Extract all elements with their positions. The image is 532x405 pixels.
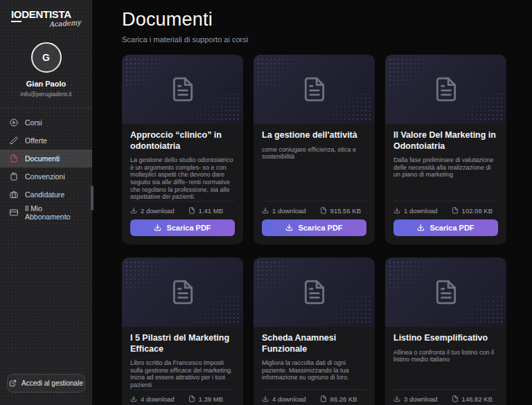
- file-size: 915.56 KB: [320, 207, 361, 215]
- download-count-label: 4 download: [272, 395, 306, 403]
- file-size-label: 146.82 KB: [462, 395, 493, 403]
- sidebar-footer: Accedi al gestionale: [0, 366, 92, 405]
- file-size-label: 86.26 KB: [330, 395, 357, 403]
- document-description: Libro scritto da Francesco Imposti sulla…: [130, 359, 235, 388]
- download-icon: [130, 395, 137, 402]
- download-icon: [262, 207, 269, 214]
- file-size: 1.39 MB: [188, 395, 223, 403]
- main-content: Documenti Scarica i materiali di support…: [92, 0, 532, 405]
- document-card-body: Approccio “clinico” in odontoiatria La g…: [122, 124, 243, 244]
- download-count: 4 download: [130, 395, 175, 403]
- avatar: G: [31, 42, 62, 73]
- download-count-label: 4 download: [141, 395, 175, 403]
- user-name: Gian Paolo: [0, 80, 92, 88]
- document-meta: 4 download 86.26 KB: [262, 389, 366, 405]
- document-card: Scheda Anamnesi Funzionale Migliora la r…: [254, 258, 375, 405]
- file-size-label: 1.39 MB: [199, 395, 223, 403]
- documents-grid: Approccio “clinico” in odontoiatria La g…: [122, 55, 506, 405]
- file-icon: [10, 154, 18, 163]
- document-card-body: Il Valore Del Marketing in Odontoiatria …: [385, 124, 506, 244]
- sidebar-item-label: Documenti: [25, 154, 60, 163]
- file-size-label: 1.41 MB: [199, 207, 223, 215]
- download-count-label: 2 download: [141, 207, 175, 215]
- briefcase-icon: [10, 190, 18, 199]
- user-profile: G Gian Paolo info@perugiadent.it: [0, 42, 92, 98]
- document-card: Il Valore Del Marketing in Odontoiatria …: [385, 55, 506, 244]
- sidebar-item-corsi[interactable]: Corsi: [0, 114, 92, 132]
- accedi-gestionale-button[interactable]: Accedi al gestionale: [7, 374, 85, 393]
- download-count-label: 1 download: [272, 207, 306, 215]
- scarica-pdf-button[interactable]: Scarica PDF: [393, 219, 498, 236]
- download-icon: [262, 395, 269, 402]
- sidebar-item-label: Il Mio Abbonamento: [25, 204, 82, 221]
- document-description: Allinea o confronta il tuo listino con i…: [393, 349, 498, 363]
- document-title: Scheda Anamnesi Funzionale: [262, 333, 366, 354]
- document-thumbnail: [385, 55, 506, 124]
- document-title: Il Valore Del Marketing in Odontoiatria: [393, 130, 498, 152]
- scarica-pdf-button[interactable]: Scarica PDF: [130, 219, 235, 236]
- file-size: 86.26 KB: [320, 395, 357, 403]
- download-count-label: 1 download: [404, 207, 438, 215]
- download-count: 4 download: [262, 395, 306, 403]
- scarica-pdf-label: Scarica PDF: [166, 224, 211, 232]
- sidebar-item-offerte[interactable]: Offerte: [0, 132, 92, 150]
- document-title: La gestione dell'attività: [262, 130, 366, 141]
- document-thumbnail: [254, 55, 375, 124]
- pencil-icon: [10, 136, 18, 145]
- brand-logo-io: IO: [11, 8, 21, 22]
- sidebar-scrollbar-thumb[interactable]: [91, 186, 94, 210]
- file-text-icon: [433, 75, 459, 104]
- sidebar: IODENTISTA Academy G Gian Paolo info@per…: [0, 0, 92, 405]
- download-count: 3 download: [393, 395, 438, 403]
- download-count: 2 download: [130, 207, 175, 215]
- download-icon: [417, 224, 425, 231]
- sidebar-item-convenzioni[interactable]: Convenzioni: [0, 168, 92, 186]
- scarica-pdf-button[interactable]: Scarica PDF: [262, 219, 366, 236]
- brand-logo-rest: DENTISTA: [21, 8, 71, 20]
- file-icon: [452, 395, 459, 402]
- download-icon: [130, 207, 137, 214]
- sidebar-item-abbonamento[interactable]: Il Mio Abbonamento: [0, 204, 92, 222]
- document-description: Migliora la raccolta dati di ogni pazien…: [262, 359, 366, 381]
- accedi-gestionale-label: Accedi al gestionale: [21, 379, 83, 387]
- file-size-label: 102.08 KB: [462, 207, 493, 215]
- file-size: 146.82 KB: [452, 395, 493, 403]
- file-text-icon: [170, 75, 196, 104]
- sidebar-item-candidature[interactable]: Candidature: [0, 186, 92, 204]
- sidebar-menu: Corsi Offerte Documenti Convenzioni Cand…: [0, 107, 92, 222]
- user-email: info@perugiadent.it: [0, 91, 92, 98]
- brand-logo-academy: Academy: [11, 18, 85, 30]
- external-link-icon: [9, 379, 17, 387]
- document-meta: 1 download 102.08 KB: [393, 201, 498, 219]
- download-icon: [285, 224, 293, 231]
- document-thumbnail: [385, 258, 506, 327]
- sidebar-item-label: Candidature: [25, 190, 64, 199]
- file-text-icon: [301, 278, 328, 307]
- document-card-body: I 5 Pilastri del Marketing Efficace Libr…: [122, 327, 243, 405]
- file-text-icon: [301, 75, 328, 104]
- document-title: I 5 Pilastri del Marketing Efficace: [130, 333, 235, 354]
- document-title: Listino Esemplificativo: [393, 333, 498, 344]
- scarica-pdf-label: Scarica PDF: [298, 224, 342, 232]
- document-meta: 4 download 1.39 MB: [130, 389, 235, 405]
- document-card-body: Listino Esemplificativo Allinea o confro…: [385, 327, 506, 405]
- file-icon: [320, 207, 327, 214]
- page-subtitle: Scarica i materiali di supporto ai corsi: [122, 35, 506, 44]
- file-size: 1.41 MB: [188, 207, 223, 215]
- file-size-label: 915.56 KB: [330, 207, 361, 215]
- download-icon: [154, 224, 161, 231]
- sidebar-item-documenti[interactable]: Documenti: [0, 150, 92, 168]
- sidebar-item-label: Offerte: [25, 136, 47, 145]
- download-count: 1 download: [393, 207, 438, 215]
- brand-logo: IODENTISTA Academy: [0, 0, 92, 33]
- file-text-icon: [433, 278, 459, 307]
- document-card: Listino Esemplificativo Allinea o confro…: [385, 258, 506, 405]
- document-thumbnail: [122, 55, 243, 124]
- sidebar-item-label: Corsi: [25, 118, 42, 127]
- file-icon: [188, 395, 195, 402]
- document-description: come coniugare efficienza, etica e soste…: [262, 146, 366, 161]
- document-card: La gestione dell'attività come coniugare…: [254, 55, 375, 244]
- document-description: La gestione dello studio odontoiatrico è…: [130, 156, 235, 201]
- page-title: Documenti: [122, 9, 506, 30]
- file-text-icon: [170, 278, 196, 307]
